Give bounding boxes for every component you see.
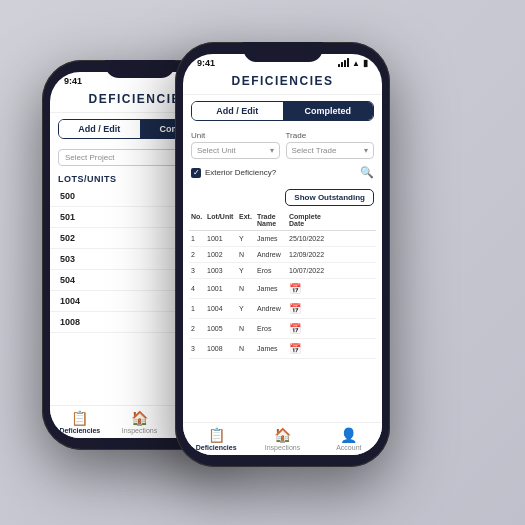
row-lot: 1002: [207, 251, 237, 258]
lot-num: 500: [60, 191, 75, 201]
calendar-icon: 📅: [289, 343, 329, 354]
row-ext: Y: [239, 267, 255, 274]
lot-num: 502: [60, 233, 75, 243]
time-front: 9:41: [197, 58, 215, 68]
row-ext: N: [239, 345, 255, 352]
row-lot: 1004: [207, 305, 237, 312]
col-date: Complete Date: [289, 213, 329, 227]
nav-inspections-front[interactable]: 🏠 Inspections: [249, 427, 315, 451]
bottom-nav-front: 📋 Deficiencies 🏠 Inspections 👤 Account: [183, 422, 382, 455]
row-no: 2: [191, 325, 205, 332]
nav-label: Inspections: [265, 444, 300, 451]
signal-icon: [338, 59, 349, 67]
table-body: 1 1001 Y James 25/10/2022 2 1002 N Andre…: [189, 231, 376, 359]
table-row[interactable]: 1 1004 Y Andrew 📅: [189, 299, 376, 319]
nav-label: Inspections: [122, 427, 157, 434]
row-lot: 1001: [207, 235, 237, 242]
deficiencies-icon: 📋: [71, 410, 88, 426]
row-trade: James: [257, 345, 287, 352]
exterior-checkbox[interactable]: ✓: [191, 168, 201, 178]
wifi-icon: ▲: [352, 59, 360, 68]
lot-num: 501: [60, 212, 75, 222]
tab-add-edit-front[interactable]: Add / Edit: [192, 102, 283, 120]
col-no: No.: [191, 213, 205, 227]
screen-front: 9:41 ▲ ▮ DEFICIENCIES: [183, 54, 382, 455]
calendar-icon: 📅: [289, 323, 329, 334]
unit-chevron-icon: ▾: [270, 146, 274, 155]
unit-label: Unit: [191, 131, 280, 140]
deficiencies-table: No. Lot/Unit Ext. Trade Name Complete Da…: [189, 210, 376, 422]
nav-label: Account: [336, 444, 361, 451]
col-ext: Ext.: [239, 213, 255, 227]
table-header: No. Lot/Unit Ext. Trade Name Complete Da…: [189, 210, 376, 231]
row-trade: James: [257, 285, 287, 292]
trade-placeholder: Select Trade: [292, 146, 337, 155]
tab-add-edit-back[interactable]: Add / Edit: [59, 120, 140, 138]
unit-placeholder: Select Unit: [197, 146, 236, 155]
lot-num: 504: [60, 275, 75, 285]
row-trade: Eros: [257, 267, 287, 274]
row-ext: Y: [239, 235, 255, 242]
row-date: 12/09/2022: [289, 251, 329, 258]
phone-front: 9:41 ▲ ▮ DEFICIENCIES: [175, 42, 390, 467]
show-outstanding-button[interactable]: Show Outstanding: [285, 189, 374, 206]
row-no: 3: [191, 267, 205, 274]
app-title-front: DEFICIENCIES: [183, 70, 382, 95]
nav-label: Deficiencies: [196, 444, 237, 451]
tab-completed-front[interactable]: Completed: [283, 102, 374, 120]
table-row[interactable]: 3 1003 Y Eros 10/07/2022: [189, 263, 376, 279]
exterior-label: Exterior Deficiency?: [205, 168, 276, 177]
row-no: 1: [191, 305, 205, 312]
nav-deficiencies-front[interactable]: 📋 Deficiencies: [183, 427, 249, 451]
trade-label: Trade: [286, 131, 375, 140]
col-trade: Trade Name: [257, 213, 287, 227]
lot-num: 1004: [60, 296, 80, 306]
row-no: 3: [191, 345, 205, 352]
row-no: 2: [191, 251, 205, 258]
search-icon[interactable]: 🔍: [360, 166, 374, 179]
row-trade: Andrew: [257, 251, 287, 258]
row-no: 4: [191, 285, 205, 292]
row-ext: N: [239, 325, 255, 332]
table-row[interactable]: 3 1008 N James 📅: [189, 339, 376, 359]
row-lot: 1001: [207, 285, 237, 292]
row-ext: N: [239, 251, 255, 258]
calendar-icon: 📅: [289, 283, 329, 294]
notch-back: [105, 60, 175, 78]
status-icons-front: ▲ ▮: [338, 58, 368, 68]
table-row[interactable]: 1 1001 Y James 25/10/2022: [189, 231, 376, 247]
table-row[interactable]: 2 1005 N Eros 📅: [189, 319, 376, 339]
row-date: 10/07/2022: [289, 267, 329, 274]
select-project-placeholder: Select Project: [65, 153, 114, 162]
lot-num: 1008: [60, 317, 80, 327]
show-outstanding-row: Show Outstanding: [191, 186, 374, 206]
row-trade: Eros: [257, 325, 287, 332]
table-row[interactable]: 4 1001 N James 📅: [189, 279, 376, 299]
inspections-icon: 🏠: [131, 410, 148, 426]
row-lot: 1005: [207, 325, 237, 332]
table-row[interactable]: 2 1002 N Andrew 12/09/2022: [189, 247, 376, 263]
col-lot: Lot/Unit: [207, 213, 237, 227]
row-lot: 1008: [207, 345, 237, 352]
trade-select[interactable]: Select Trade ▾: [286, 142, 375, 159]
battery-icon: ▮: [363, 58, 368, 68]
row-ext: Y: [239, 305, 255, 312]
nav-account-front[interactable]: 👤 Account: [316, 427, 382, 451]
row-no: 1: [191, 235, 205, 242]
scene: 9:41 ▲ ▮ DEFICIENCIES: [0, 0, 525, 525]
nav-label: Deficiencies: [59, 427, 100, 434]
notch-front: [243, 42, 323, 62]
row-trade: Andrew: [257, 305, 287, 312]
row-lot: 1003: [207, 267, 237, 274]
unit-select[interactable]: Select Unit ▾: [191, 142, 280, 159]
tab-row-front: Add / Edit Completed: [191, 101, 374, 121]
inspections-icon: 🏠: [274, 427, 291, 443]
unit-field-group: Unit Select Unit ▾: [191, 131, 280, 159]
deficiencies-icon: 📋: [208, 427, 225, 443]
row-ext: N: [239, 285, 255, 292]
nav-inspections-back[interactable]: 🏠 Inspections: [110, 410, 170, 434]
time-back: 9:41: [64, 76, 82, 86]
lot-num: 503: [60, 254, 75, 264]
nav-deficiencies-back[interactable]: 📋 Deficiencies: [50, 410, 110, 434]
trade-field-group: Trade Select Trade ▾: [286, 131, 375, 159]
